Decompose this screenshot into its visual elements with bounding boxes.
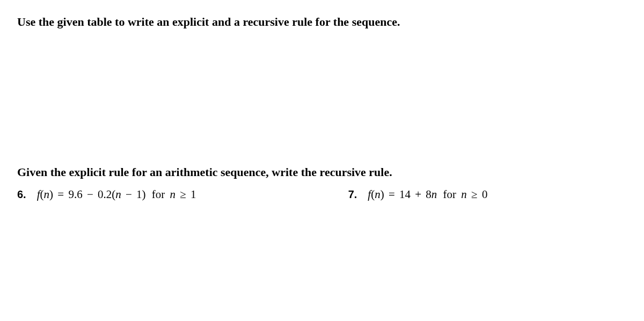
close-paren: ) (49, 188, 53, 201)
const-one: 1 (136, 188, 142, 201)
for-word: for (152, 188, 165, 201)
const-a: 14 (399, 188, 411, 201)
minus: − (87, 188, 93, 201)
instruction-table: Use the given table to write an explicit… (17, 15, 627, 29)
arg-n: n (375, 188, 380, 201)
cond-val: 1 (191, 188, 196, 201)
cond-val: 0 (482, 188, 488, 201)
const-b: 0.2 (98, 188, 112, 201)
const-a: 9.6 (68, 188, 82, 201)
arg-n-2: n (115, 188, 121, 201)
problem-number-6: 6. (17, 188, 26, 201)
minus-2: − (126, 188, 132, 201)
instruction-explicit-to-recursive: Given the explicit rule for an arithmeti… (17, 165, 627, 179)
problem-number-7: 7. (348, 188, 357, 201)
close-paren: ) (380, 188, 384, 201)
equals: = (389, 188, 395, 201)
for-word: for (443, 188, 457, 201)
close-paren-2: ) (142, 188, 146, 201)
problem-7: 7. f(n) = 14 + 8n for n ≥ 0 (316, 188, 627, 201)
problem-7-expression: f(n) = 14 + 8n for n ≥ 0 (368, 188, 487, 201)
open-paren: ( (40, 188, 44, 201)
equals: = (57, 188, 64, 201)
problem-6-expression: f(n) = 9.6 − 0.2(n − 1) for n ≥ 1 (37, 188, 196, 201)
problem-6: 6. f(n) = 9.6 − 0.2(n − 1) for n ≥ 1 (17, 188, 316, 201)
const-b: 8 (426, 188, 431, 201)
var-n: n (431, 188, 437, 201)
arg-n: n (44, 188, 50, 201)
plus: + (415, 188, 421, 201)
cond-var: n (170, 188, 176, 201)
problems-row: 6. f(n) = 9.6 − 0.2(n − 1) for n ≥ 1 7. … (17, 188, 627, 201)
ge-symbol: ≥ (471, 188, 478, 201)
cond-var: n (461, 188, 467, 201)
ge-symbol: ≥ (180, 188, 186, 201)
